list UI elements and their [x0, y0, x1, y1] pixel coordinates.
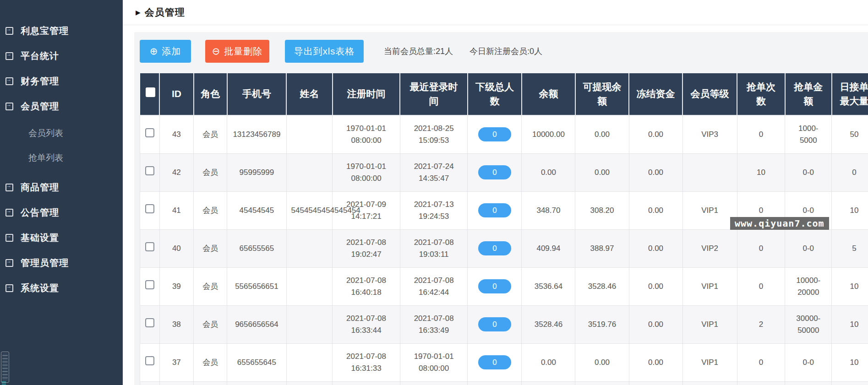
sidebar-item-1[interactable]: 平台统计 — [0, 43, 123, 69]
cell-grab_count: 0 — [737, 115, 785, 153]
cell-empty — [140, 381, 160, 385]
sidebar-item-8[interactable]: 系统设置 — [0, 276, 123, 301]
sidebar-scrollbar-ticks — [2, 381, 6, 385]
cell-withdrawable: 388.97 — [575, 229, 629, 267]
sidebar-item-0[interactable]: 利息宝管理 — [0, 18, 123, 43]
sidebar-item-7[interactable]: 管理员管理 — [0, 250, 123, 276]
cell-sub_count: 0 — [468, 153, 522, 191]
export-xls-button-label: 导出到xls表格 — [294, 45, 355, 58]
expand-icon — [5, 284, 13, 292]
add-button[interactable]: ⊕ 添加 — [140, 40, 191, 63]
row-checkbox[interactable] — [145, 280, 154, 289]
cell-reg_time: 2021-07-08 16:40:18 — [333, 267, 400, 305]
cell-phone: 9656656564 — [227, 305, 286, 343]
batch-delete-button[interactable]: ⊖ 批量删除 — [205, 40, 269, 63]
cell-daily_max: 10 — [832, 305, 868, 343]
cell-frozen: 0.00 — [629, 229, 682, 267]
cell-grab_count: 10 — [737, 153, 785, 191]
row-select-cell — [140, 343, 160, 381]
cell-frozen: 0.00 — [629, 305, 682, 343]
cell-name — [286, 267, 333, 305]
expand-icon — [5, 234, 13, 242]
sub-count-badge: 0 — [478, 127, 511, 141]
cell-balance: 0.00 — [522, 343, 575, 381]
table-row: 42会员959959991970-01-01 08:00:002021-07-2… — [140, 153, 868, 191]
today-new-members-text: 今日新注册会员:0人 — [469, 46, 542, 57]
cell-empty — [400, 381, 468, 385]
sidebar-item-6[interactable]: 基础设置 — [0, 225, 123, 250]
cell-id: 43 — [159, 115, 193, 153]
sidebar-item-4[interactable]: 商品管理 — [0, 175, 123, 200]
cell-name — [286, 229, 333, 267]
cell-daily_max: 0 — [832, 153, 868, 191]
cell-grab_amount: 0-0 — [785, 153, 832, 191]
cell-empty — [785, 381, 832, 385]
sidebar-item-3[interactable]: 会员管理 — [0, 94, 123, 119]
cell-reg_time: 2021-07-08 19:02:47 — [333, 229, 400, 267]
cell-daily_max: 50 — [832, 115, 868, 153]
cell-frozen: 0.00 — [629, 343, 682, 381]
cell-empty — [468, 381, 522, 385]
cell-level: VIP1 — [682, 267, 737, 305]
cell-daily_max: 10 — [832, 343, 868, 381]
cell-grab_amount: 1000-5000 — [785, 115, 832, 153]
watermark: www.qiyuan7.com — [730, 217, 829, 230]
row-checkbox[interactable] — [145, 204, 154, 213]
cell-sub_count: 0 — [468, 229, 522, 267]
sidebar-item-2[interactable]: 财务管理 — [0, 69, 123, 94]
cell-sub_count: 0 — [468, 343, 522, 381]
sidebar-menu: 利息宝管理平台统计财务管理会员管理会员列表抢单列表商品管理公告管理基础设置管理员… — [0, 0, 123, 301]
row-checkbox[interactable] — [145, 166, 154, 175]
table-row: 40会员656555652021-07-08 19:02:472021-07-0… — [140, 229, 868, 267]
row-select-cell — [140, 115, 160, 153]
table-row: 39会员55656566512021-07-08 16:40:182021-07… — [140, 267, 868, 305]
cell-phone: 95995999 — [227, 153, 286, 191]
cell-last_login: 2021-07-24 14:35:47 — [400, 153, 468, 191]
cell-grab_count: 0 — [737, 229, 785, 267]
table-row: 43会员131234567891970-01-01 08:00:002021-0… — [140, 115, 868, 153]
expand-icon — [5, 77, 13, 85]
sidebar-item-label: 财务管理 — [21, 75, 59, 87]
sidebar: 利息宝管理平台统计财务管理会员管理会员列表抢单列表商品管理公告管理基础设置管理员… — [0, 0, 123, 385]
sidebar-submenu: 会员列表抢单列表 — [0, 119, 123, 175]
sub-count-badge: 0 — [478, 203, 511, 217]
row-checkbox[interactable] — [145, 356, 154, 365]
cell-last_login: 2021-07-08 19:03:11 — [400, 229, 468, 267]
column-header: 会员等级 — [682, 73, 737, 115]
column-header: 姓名 — [286, 73, 333, 115]
cell-empty — [682, 381, 737, 385]
export-xls-button[interactable]: 导出到xls表格 — [285, 40, 364, 63]
select-all-checkbox[interactable] — [146, 87, 155, 97]
table-header-row: ID角色手机号姓名注册时间最近登录时间下级总人数余额可提现余额冻结资金会员等级抢… — [140, 73, 868, 115]
row-checkbox[interactable] — [145, 242, 154, 251]
sub-count-badge: 0 — [478, 279, 511, 293]
sidebar-item-label: 平台统计 — [21, 50, 59, 62]
sidebar-item-5[interactable]: 公告管理 — [0, 200, 123, 225]
cell-balance: 348.70 — [522, 191, 575, 229]
cell-name — [286, 153, 333, 191]
cell-role: 会员 — [194, 267, 227, 305]
cell-frozen: 0.00 — [629, 267, 682, 305]
sidebar-scrollbar[interactable] — [1, 352, 9, 383]
cell-name — [286, 343, 333, 381]
sidebar-subitem-3-1[interactable]: 抢单列表 — [0, 146, 123, 170]
cell-frozen: 0.00 — [629, 153, 682, 191]
column-header: 日接单最大量 — [832, 73, 868, 115]
row-select-cell — [140, 153, 160, 191]
sidebar-subitem-3-0[interactable]: 会员列表 — [0, 121, 123, 146]
cell-empty — [629, 381, 682, 385]
cell-phone: 45454545 — [227, 191, 286, 229]
cell-id: 37 — [159, 343, 193, 381]
cell-grab_count: 2 — [737, 305, 785, 343]
column-header: 角色 — [194, 73, 227, 115]
cell-reg_time: 1970-01-01 08:00:00 — [333, 153, 400, 191]
row-checkbox[interactable] — [145, 128, 154, 137]
plus-circle-icon: ⊕ — [150, 46, 158, 57]
expand-icon — [5, 259, 13, 267]
sub-count-badge: 0 — [478, 165, 511, 179]
cell-role: 会员 — [194, 191, 227, 229]
row-checkbox[interactable] — [145, 318, 154, 327]
cell-phone: 5565656651 — [227, 267, 286, 305]
cell-empty — [522, 381, 575, 385]
cell-sub_count: 0 — [468, 305, 522, 343]
